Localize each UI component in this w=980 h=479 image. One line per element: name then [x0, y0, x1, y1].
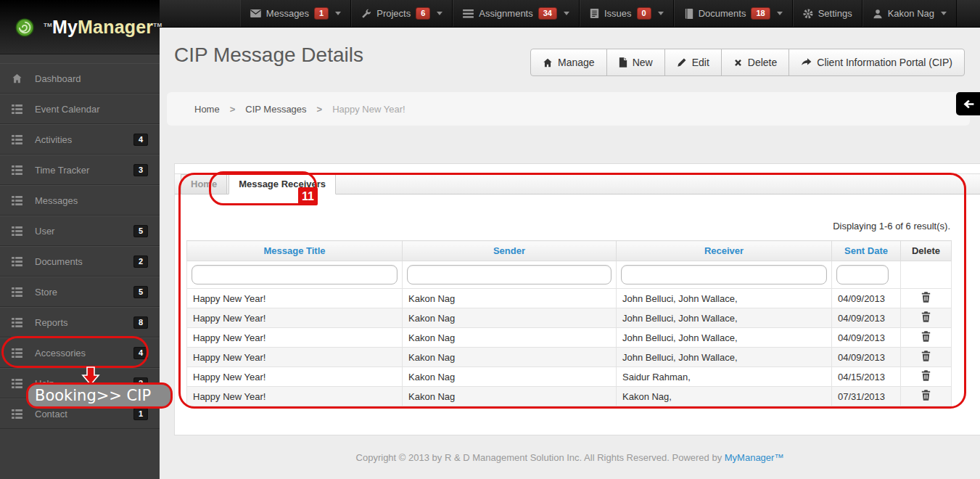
sidebar-item-messages[interactable]: Messages [0, 185, 160, 216]
topbar-count-badge: 0 [637, 7, 651, 20]
cell-message-title: Happy New Year! [187, 328, 403, 348]
topbar-item-label: Documents [699, 8, 746, 19]
topbar-item-issues[interactable]: Issues 0 [580, 0, 674, 27]
page-title: CIP Message Details [174, 44, 363, 67]
topbar-item-label: Kakon Nag [888, 8, 934, 19]
cell-message-title: Happy New Year! [187, 308, 403, 328]
column-header-sent-date[interactable]: Sent Date [832, 241, 901, 261]
delete-row-button[interactable] [921, 370, 931, 381]
results-summary: Displaying 1-6 of 6 result(s). [186, 221, 950, 232]
delete-row-button[interactable] [921, 292, 931, 303]
tab-home[interactable]: Home [181, 174, 227, 195]
column-header-sender[interactable]: Sender [403, 241, 617, 261]
new-button[interactable]: New [606, 49, 665, 76]
sidebar-item-label: Store [35, 287, 133, 298]
cell-sent-date: 04/09/2013 [832, 289, 901, 308]
delete-row-button[interactable] [921, 351, 931, 361]
list-icon [12, 196, 25, 205]
column-header-delete: Delete [901, 241, 952, 261]
table-row: Happy New Year! Kakon Nag John Belluci, … [187, 328, 952, 348]
filter-sender-input[interactable] [407, 265, 612, 284]
file-icon [619, 57, 627, 67]
manage-button[interactable]: Manage [530, 49, 607, 76]
list-icon [12, 409, 25, 419]
delete-row-button[interactable] [921, 311, 931, 322]
collapse-panel-button[interactable] [956, 92, 980, 115]
cip-portal-button[interactable]: Client Information Portal (CIP) [788, 49, 965, 76]
cell-sent-date: 07/31/2013 [832, 387, 901, 406]
arrow-left-icon [963, 99, 974, 109]
filter-message-title-input[interactable] [192, 265, 398, 284]
list-icon [463, 9, 474, 18]
sidebar-item-time-tracker[interactable]: Time Tracker 3 [0, 155, 160, 185]
topbar-item-user-menu[interactable]: Kakon Nag [862, 0, 957, 27]
sidebar-count-badge: 2 [133, 255, 148, 268]
breadcrumb-home-link[interactable]: Home [194, 104, 220, 115]
copyright-text: Copyright © 2013 by R & D Management Sol… [356, 452, 722, 463]
topbar-item-settings[interactable]: Settings [793, 0, 862, 27]
sidebar-count-badge: 4 [133, 347, 148, 359]
button-label: Edit [692, 57, 709, 68]
cell-sender: Kakon Nag [403, 348, 617, 367]
cell-sent-date: 04/09/2013 [832, 328, 901, 348]
cell-sender: Kakon Nag [403, 308, 617, 328]
cell-message-title: Happy New Year! [187, 289, 403, 308]
sidebar-item-dashboard[interactable]: Dashboard [0, 63, 160, 94]
sidebar-item-store[interactable]: Store 5 [0, 277, 160, 307]
topbar-item-projects[interactable]: Projects 6 [351, 0, 453, 27]
brand-name: TMMyManagerTM [44, 17, 162, 38]
home-icon [12, 73, 25, 83]
caret-down-icon [437, 12, 442, 15]
sidebar-item-documents[interactable]: Documents 2 [0, 246, 160, 277]
cell-message-title: Happy New Year! [187, 348, 403, 367]
caret-down-icon [658, 12, 664, 15]
sidebar-item-activities[interactable]: Activities 4 [0, 124, 160, 155]
cell-receiver: Kakon Nag, [617, 387, 832, 406]
sidebar-count-badge: 4 [133, 134, 148, 146]
home-icon [543, 58, 553, 67]
page-header: CIP Message Details Manage New Edit Dele… [160, 28, 980, 89]
sidebar-item-label: Time Tracker [35, 165, 133, 176]
footer-brand-link[interactable]: MyManager™ [725, 452, 784, 463]
sidebar-item-contact[interactable]: Contact 1 [0, 398, 160, 429]
cell-receiver: John Belluci, John Wallace, [617, 348, 832, 367]
topbar-item-label: Settings [818, 8, 852, 19]
list-icon [12, 105, 25, 114]
breadcrumb-cip-messages-link[interactable]: CIP Messages [245, 104, 306, 115]
topbar-item-messages[interactable]: Messages 1 [240, 0, 351, 27]
delete-row-button[interactable] [921, 390, 931, 401]
topbar-item-assignments[interactable]: Assignments 34 [453, 0, 580, 27]
sidebar-item-user[interactable]: User 5 [0, 216, 160, 246]
list-icon [12, 257, 25, 266]
topbar: Messages 1 Projects 6 Assignments 34 Iss… [160, 0, 980, 28]
sidebar-count-badge: 3 [133, 164, 148, 176]
user-icon [873, 9, 883, 19]
action-button-group: Manage New Edit Delete Client Informatio… [530, 49, 965, 76]
sidebar-count-badge: 8 [133, 316, 148, 329]
delete-row-button[interactable] [921, 331, 931, 342]
trash-icon [921, 390, 931, 401]
topbar-item-documents[interactable]: Documents 18 [674, 0, 793, 27]
column-header-message-title[interactable]: Message Title [187, 241, 403, 261]
sidebar-count-badge: 1 [133, 408, 148, 420]
cell-receiver: John Belluci, John Wallace, [617, 308, 832, 328]
sidebar-item-accessories[interactable]: Accessories 4 [0, 337, 160, 368]
sidebar-count-badge: 5 [133, 286, 148, 298]
sidebar: TMMyManagerTM Dashboard Event Calendar A… [0, 0, 160, 479]
cell-message-title: Happy New Year! [187, 387, 403, 406]
filter-sent-date-input[interactable] [836, 265, 889, 284]
main-panel: Home Message Receivers Displaying 1-6 of… [174, 163, 980, 435]
breadcrumb: Home > CIP Messages > Happy New Year! [167, 92, 970, 126]
trash-icon [921, 331, 931, 342]
sidebar-item-event-calendar[interactable]: Event Calendar [0, 94, 160, 124]
sidebar-item-help[interactable]: Help 2 [0, 368, 160, 398]
sidebar-item-reports[interactable]: Reports 8 [0, 307, 160, 337]
delete-button[interactable]: Delete [721, 49, 789, 76]
filter-receiver-input[interactable] [621, 265, 827, 284]
tab-message-receivers[interactable]: Message Receivers [228, 174, 336, 195]
edit-button[interactable]: Edit [664, 49, 722, 76]
sidebar-item-label: Messages [35, 195, 148, 206]
tab-bar: Home Message Receivers [175, 173, 980, 195]
brand-logo[interactable]: TMMyManagerTM [0, 0, 160, 54]
column-header-receiver[interactable]: Receiver [617, 241, 832, 261]
